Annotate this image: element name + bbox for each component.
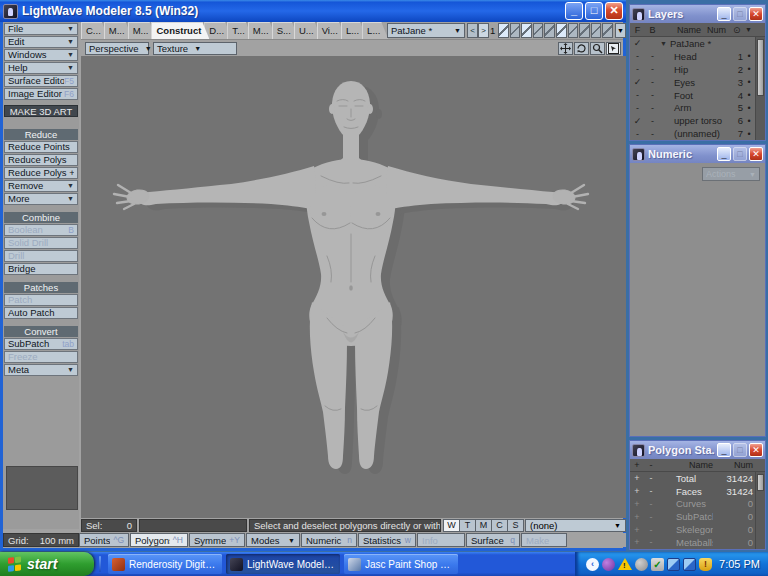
stat-row-total[interactable]: +-Total31424 xyxy=(630,472,765,485)
background-check[interactable]: - xyxy=(645,64,660,74)
col-name[interactable]: Name xyxy=(660,25,707,35)
stat-row-subpatches[interactable]: +-SubPatches0 xyxy=(630,510,765,523)
warning-icon[interactable] xyxy=(618,558,632,570)
stat-row-skelegons[interactable]: +-Skelegons0 xyxy=(630,523,765,536)
foreground-check[interactable]: - xyxy=(630,129,645,139)
layer-bank-slot-3[interactable] xyxy=(521,23,532,38)
tool-bridge[interactable]: Bridge xyxy=(4,263,78,275)
foreground-check[interactable]: ✓ xyxy=(630,77,645,87)
expand-plus-button[interactable]: + xyxy=(630,512,644,522)
foreground-check[interactable]: - xyxy=(630,51,645,61)
expand-plus-button[interactable]: + xyxy=(630,499,644,509)
expand-plus-button[interactable]: + xyxy=(630,473,644,483)
menu-windows[interactable]: Windows▼ xyxy=(4,49,78,61)
bottom-statistics[interactable]: Statisticsw xyxy=(358,533,416,547)
menu-help[interactable]: Help▼ xyxy=(4,62,78,74)
status-icon[interactable] xyxy=(635,558,648,571)
layer-row-foot[interactable]: --Foot4• xyxy=(630,89,765,102)
vmap-mode-s[interactable]: S xyxy=(507,519,524,532)
im-app-icon[interactable] xyxy=(602,558,615,571)
background-check[interactable]: - xyxy=(645,77,660,87)
close-button[interactable]: ✕ xyxy=(605,2,623,20)
tool-more[interactable]: More▼ xyxy=(4,193,78,205)
tree-expand-icon[interactable]: ▼ xyxy=(660,40,670,47)
background-check[interactable]: - xyxy=(645,51,660,61)
foreground-check[interactable]: - xyxy=(630,64,645,74)
vmap-mode-c[interactable]: C xyxy=(491,519,508,532)
layers-scrollbar[interactable] xyxy=(755,37,765,140)
expand-viewport-icon[interactable] xyxy=(606,42,621,55)
bottom-modes[interactable]: Modes▼ xyxy=(246,533,300,547)
layer-bank-slot-6[interactable] xyxy=(556,23,567,38)
collapse-minus-button[interactable]: - xyxy=(644,499,658,509)
bottom-symmetry[interactable]: Symmetry+Y xyxy=(189,533,245,547)
tool-auto-patch[interactable]: Auto Patch xyxy=(4,307,78,319)
menu-edit[interactable]: Edit▼ xyxy=(4,36,78,48)
expand-plus-button[interactable]: + xyxy=(630,537,644,547)
stats-title-bar[interactable]: Polygon Sta... _ □ ✕ xyxy=(630,441,765,459)
stat-row-metaballs[interactable]: +-Metaballs0 xyxy=(630,536,765,549)
taskbar-task-renderosity-digital-ar[interactable]: Renderosity Digital Ar... xyxy=(108,554,222,574)
collapse-minus-button[interactable]: - xyxy=(644,525,658,535)
vmap-mode-m[interactable]: M xyxy=(475,519,492,532)
bottom-surface[interactable]: Surfaceq xyxy=(466,533,520,547)
tab-construct-3[interactable]: Construct xyxy=(151,22,209,39)
layer-row-eyes[interactable]: ✓-Eyes3• xyxy=(630,76,765,89)
collapse-minus-button[interactable]: - xyxy=(644,486,658,496)
layer-bank-slot-5[interactable] xyxy=(544,23,555,38)
network2-icon[interactable] xyxy=(683,558,696,571)
collapse-chevron-icon[interactable]: ‹ xyxy=(586,558,599,571)
tool-remove[interactable]: Remove▼ xyxy=(4,180,78,192)
col-num[interactable]: Num xyxy=(707,25,733,35)
start-button[interactable]: start xyxy=(0,552,94,576)
taskbar-task-lightwave-modeler-8[interactable]: LightWave Modeler 8... xyxy=(226,554,340,574)
layer-bank-menu-arrow[interactable]: ▼ xyxy=(615,23,626,38)
menu-file[interactable]: File▼ xyxy=(4,23,78,35)
security-shield-icon[interactable]: ! xyxy=(699,558,712,571)
layers-title-bar[interactable]: Layers _ □ ✕ xyxy=(630,5,765,23)
expand-plus-button[interactable]: + xyxy=(630,486,644,496)
prev-layer-button[interactable]: < xyxy=(467,23,478,38)
foreground-check[interactable]: - xyxy=(630,103,645,113)
vmap-mode-t[interactable]: T xyxy=(459,519,476,532)
layer-row-hip[interactable]: --Hip2• xyxy=(630,63,765,76)
layer-bank-slot-9[interactable] xyxy=(591,23,602,38)
background-check[interactable]: - xyxy=(645,90,660,100)
network-icon[interactable] xyxy=(667,558,680,571)
scrollbar-thumb[interactable] xyxy=(757,39,764,96)
foreground-check[interactable]: - xyxy=(630,90,645,100)
layer-bank-slot-8[interactable] xyxy=(579,23,590,38)
layer-row-upper-torso[interactable]: ✓-upper torso6• xyxy=(630,114,765,127)
maximize-button[interactable]: □ xyxy=(733,7,747,21)
taskbar-task-jasc-paint-shop-pro[interactable]: Jasc Paint Shop Pro xyxy=(344,554,458,574)
zoom-viewport-icon[interactable] xyxy=(590,42,605,55)
stats-scrollbar[interactable] xyxy=(755,472,765,549)
layer-row-arm[interactable]: --Arm5• xyxy=(630,101,765,114)
maximize-button[interactable]: □ xyxy=(733,147,747,161)
vmap-selector-dropdown[interactable]: (none) ▼ xyxy=(525,519,626,532)
layer-bank-slot-1[interactable] xyxy=(498,23,509,38)
tab-l-11[interactable]: L... xyxy=(362,22,388,39)
menu-surface-editor[interactable]: Surface EditorF5 xyxy=(4,75,78,87)
numeric-title-bar[interactable]: Numeric _ □ ✕ xyxy=(630,145,765,163)
close-button[interactable]: ✕ xyxy=(749,147,763,161)
stat-row-curves[interactable]: +-Curves0 xyxy=(630,498,765,511)
stat-row-faces[interactable]: +-Faces31424 xyxy=(630,485,765,498)
object-selector-dropdown[interactable]: PatJane * ▼ xyxy=(387,23,465,38)
col-foreground[interactable]: F xyxy=(630,25,645,35)
expand-plus-button[interactable]: + xyxy=(630,525,644,535)
bottom-polygons[interactable]: Polygons^H xyxy=(130,533,188,547)
layer-bank-slot-4[interactable] xyxy=(533,23,544,38)
rotate-viewport-icon[interactable] xyxy=(574,42,589,55)
collapse-minus-button[interactable]: - xyxy=(644,512,658,522)
vmap-mode-w[interactable]: W xyxy=(443,519,460,532)
title-bar[interactable]: LightWave Modeler 8.5 (Win32) _ □ ✕ xyxy=(0,0,626,22)
tool-subpatch[interactable]: SubPatchtab xyxy=(4,338,78,350)
col-background[interactable]: B xyxy=(645,25,660,35)
close-button[interactable]: ✕ xyxy=(749,7,763,21)
view-mode-dropdown[interactable]: Perspective ▼ xyxy=(85,42,149,55)
maximize-button[interactable]: □ xyxy=(733,443,747,457)
tool-reduce-polys[interactable]: Reduce Polys xyxy=(4,154,78,166)
update-check-icon[interactable]: ✓ xyxy=(651,558,664,571)
minimize-button[interactable]: _ xyxy=(565,2,583,20)
